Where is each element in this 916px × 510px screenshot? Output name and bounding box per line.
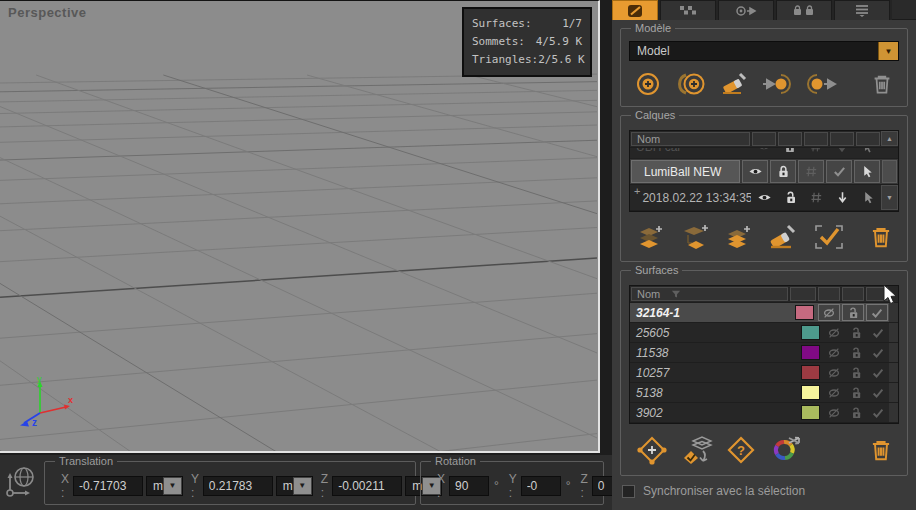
surface-row[interactable]: 3902 xyxy=(630,403,898,423)
add-child-layer-button[interactable] xyxy=(671,221,717,253)
delete-layer-button[interactable] xyxy=(863,221,899,253)
surfaces-column-header[interactable] xyxy=(842,287,864,301)
lock-open-icon[interactable] xyxy=(849,366,863,380)
check-icon[interactable] xyxy=(871,326,885,340)
scrollbar-track[interactable] xyxy=(889,403,898,422)
surface-color-swatch[interactable] xyxy=(795,305,814,320)
chevron-down-icon[interactable]: ▼ xyxy=(878,42,898,60)
layer-row-date[interactable]: + 2018.02.22 13:34:35 ... ▼ xyxy=(630,185,898,211)
eye-off-icon[interactable] xyxy=(827,326,841,340)
surfaces-name-column-header[interactable]: Nom xyxy=(631,287,788,301)
unit-dropdown-arrow[interactable]: ▼ xyxy=(163,477,182,495)
surface-row[interactable]: 25605 xyxy=(630,323,898,343)
scroll-up-button[interactable]: ▲ xyxy=(881,131,898,146)
layer-row-partial[interactable]: UBH car xyxy=(630,148,898,159)
layers-column-header[interactable] xyxy=(778,132,802,146)
delete-model-button[interactable] xyxy=(865,68,899,100)
model-dropdown[interactable]: Model ▼ xyxy=(629,41,899,61)
layers-column-header[interactable] xyxy=(856,132,880,146)
add-surface-button[interactable] xyxy=(629,434,675,466)
tab-checkerboard[interactable] xyxy=(660,0,716,20)
add-layer-alt-button[interactable] xyxy=(717,221,759,253)
eye-icon[interactable] xyxy=(748,164,763,179)
hash-icon[interactable] xyxy=(804,164,819,179)
validate-layer-button[interactable] xyxy=(805,221,853,253)
lock-open-icon[interactable] xyxy=(846,306,860,320)
sync-selection-checkbox[interactable] xyxy=(622,485,635,498)
unit-dropdown-arrow[interactable]: ▼ xyxy=(293,477,312,495)
lock-open-icon[interactable] xyxy=(849,386,863,400)
scrollbar-track[interactable] xyxy=(889,383,898,402)
add-model-button[interactable] xyxy=(629,68,667,100)
translate-x-unit[interactable]: m ▼ xyxy=(146,476,183,496)
import-model-button[interactable] xyxy=(755,68,799,100)
surface-color-swatch[interactable] xyxy=(801,405,820,420)
layers-column-header[interactable] xyxy=(830,132,854,146)
check-icon[interactable] xyxy=(870,306,884,320)
check-icon[interactable] xyxy=(832,164,847,179)
tab-model-tool[interactable] xyxy=(612,0,658,20)
layers-column-header[interactable] xyxy=(752,132,776,146)
lock-open-icon[interactable] xyxy=(849,346,863,360)
layer-row-selected[interactable]: LumiBall NEW xyxy=(630,159,898,185)
surface-row[interactable]: 10257 xyxy=(630,363,898,383)
rotate-x-field[interactable] xyxy=(449,476,489,496)
delete-surface-button[interactable] xyxy=(863,434,899,466)
translate-y-unit[interactable]: m ▼ xyxy=(276,476,313,496)
surface-color-swatch[interactable] xyxy=(801,365,820,380)
surface-color-swatch[interactable] xyxy=(801,385,820,400)
tab-locks[interactable] xyxy=(776,0,832,20)
translate-y-field[interactable] xyxy=(203,476,273,496)
check-icon[interactable] xyxy=(871,346,885,360)
query-surface-button[interactable]: ? xyxy=(719,434,763,466)
cursor-select-icon[interactable] xyxy=(861,190,876,205)
surface-color-swatch[interactable] xyxy=(801,325,820,340)
eye-off-icon[interactable] xyxy=(827,366,841,380)
surfaces-column-header[interactable] xyxy=(790,287,816,301)
world-coords-button[interactable] xyxy=(0,460,40,506)
check-icon[interactable] xyxy=(871,406,885,420)
arrow-down-icon[interactable] xyxy=(835,190,850,205)
assign-surface-button[interactable] xyxy=(675,434,719,466)
scrollbar-track[interactable] xyxy=(889,363,898,382)
tab-stack-list[interactable] xyxy=(834,0,890,20)
lock-open-icon[interactable] xyxy=(849,326,863,340)
check-icon[interactable] xyxy=(871,386,885,400)
eye-off-icon[interactable] xyxy=(827,386,841,400)
eye-icon[interactable] xyxy=(757,190,772,205)
randomize-colors-button[interactable] xyxy=(763,434,811,466)
viewport-label[interactable]: Perspective xyxy=(8,5,87,20)
hash-icon[interactable] xyxy=(809,190,824,205)
cursor-select-icon[interactable] xyxy=(860,164,875,179)
viewport-3d[interactable]: Perspective Surfaces: 1/7 Sommets: 4/5.9… xyxy=(0,0,600,453)
check-icon[interactable] xyxy=(871,366,885,380)
scrollbar-track[interactable] xyxy=(889,343,898,362)
erase-model-button[interactable] xyxy=(713,68,755,100)
scrollbar-track[interactable] xyxy=(889,303,898,322)
lock-icon[interactable] xyxy=(776,164,791,179)
scrollbar-track[interactable] xyxy=(889,323,898,342)
eye-off-icon[interactable] xyxy=(827,346,841,360)
eye-off-icon[interactable] xyxy=(822,306,836,320)
add-layer-button[interactable] xyxy=(629,221,671,253)
tab-motion[interactable] xyxy=(718,0,774,20)
lock-open-icon[interactable] xyxy=(783,190,798,205)
export-model-button[interactable] xyxy=(799,68,843,100)
eye-off-icon[interactable] xyxy=(827,406,841,420)
surfaces-column-header[interactable] xyxy=(866,287,888,301)
erase-layer-button[interactable] xyxy=(759,221,805,253)
translate-z-field[interactable] xyxy=(332,476,402,496)
layers-column-header[interactable] xyxy=(804,132,828,146)
surface-row[interactable]: 11538 xyxy=(630,343,898,363)
scrollbar-thumb[interactable] xyxy=(882,160,897,183)
surface-color-swatch[interactable] xyxy=(801,345,820,360)
lock-open-icon[interactable] xyxy=(849,406,863,420)
surfaces-column-header[interactable] xyxy=(818,287,840,301)
surface-row[interactable]: 5138 xyxy=(630,383,898,403)
rotate-y-field[interactable] xyxy=(521,476,561,496)
tree-expand-icon[interactable]: + xyxy=(630,185,642,210)
translate-x-field[interactable] xyxy=(73,476,143,496)
clone-model-button[interactable] xyxy=(667,68,713,100)
surface-row[interactable]: 32164-1 xyxy=(630,303,898,323)
scroll-down-button[interactable]: ▼ xyxy=(881,185,898,210)
